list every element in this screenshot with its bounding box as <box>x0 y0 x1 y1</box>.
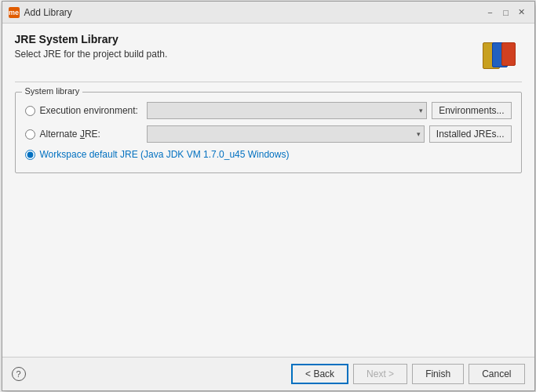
workspace-jre-row: Workspace default JRE (Java JDK VM 1.7.0… <box>25 149 512 160</box>
header-divider <box>15 82 522 82</box>
title-bar: me Add Library − □ ✕ <box>2 2 534 24</box>
dialog-buttons: < Back Next > Finish Cancel <box>291 364 524 384</box>
cancel-button[interactable]: Cancel <box>469 364 524 384</box>
content-spacer <box>15 180 522 350</box>
next-button[interactable]: Next > <box>353 364 407 384</box>
page-title: JRE System Library <box>15 33 168 45</box>
dialog-window: me Add Library − □ ✕ JRE System Library … <box>2 1 535 391</box>
header-section: JRE System Library Select JRE for the pr… <box>15 33 522 74</box>
installed-jres-button[interactable]: Installed JREs... <box>429 125 512 143</box>
minimize-button[interactable]: − <box>484 6 497 19</box>
alternate-combo-wrapper: ▾ Installed JREs... <box>147 125 512 143</box>
execution-combo-arrow: ▾ <box>419 107 423 114</box>
finish-button[interactable]: Finish <box>412 364 464 384</box>
workspace-jre-radio[interactable] <box>25 150 35 160</box>
book-stack-icon <box>481 33 520 69</box>
close-button[interactable]: ✕ <box>516 6 528 19</box>
alternate-jre-label: Alternate JRE: <box>40 129 142 140</box>
title-bar-left: me Add Library <box>9 7 72 18</box>
maximize-button[interactable]: □ <box>500 6 512 19</box>
dialog-content: JRE System Library Select JRE for the pr… <box>2 24 534 357</box>
system-library-group: System library Execution environment: ▾ … <box>15 92 522 173</box>
app-icon: me <box>9 7 20 18</box>
window-controls: − □ ✕ <box>484 6 528 19</box>
execution-environment-label: Execution environment: <box>40 105 142 116</box>
alternate-jre-radio[interactable] <box>25 129 35 140</box>
environments-button[interactable]: Environments... <box>432 102 511 119</box>
book3-icon <box>501 42 516 66</box>
alternate-combo-arrow: ▾ <box>417 130 421 138</box>
page-subtitle: Select JRE for the project build path. <box>15 49 168 60</box>
execution-combo[interactable]: ▾ <box>147 102 428 119</box>
workspace-jre-label: Workspace default JRE (Java JDK VM 1.7.0… <box>40 149 290 160</box>
execution-environment-row: Execution environment: ▾ Environments... <box>25 102 512 119</box>
window-title: Add Library <box>24 7 72 18</box>
button-bar: ? < Back Next > Finish Cancel <box>2 357 534 390</box>
execution-environment-radio[interactable] <box>25 106 35 116</box>
back-button[interactable]: < Back <box>291 364 348 384</box>
header-text: JRE System Library Select JRE for the pr… <box>15 33 168 60</box>
execution-combo-wrapper: ▾ Environments... <box>147 102 512 119</box>
help-button[interactable]: ? <box>12 367 26 381</box>
header-icon <box>481 33 522 74</box>
alternate-jre-row: Alternate JRE: ▾ Installed JREs... <box>25 125 512 143</box>
alternate-combo[interactable]: ▾ <box>147 125 425 143</box>
group-legend: System library <box>22 86 83 96</box>
